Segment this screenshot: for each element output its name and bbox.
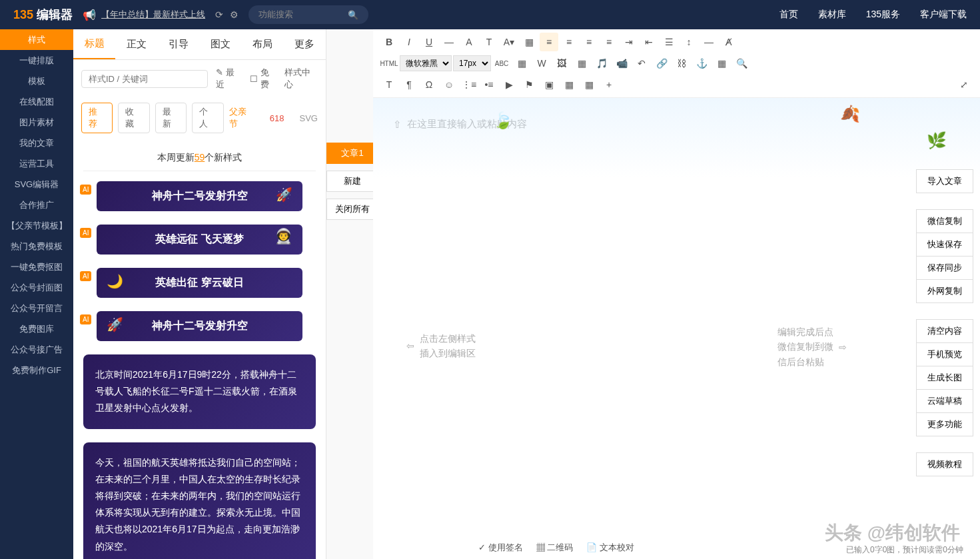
sidebar-item-image[interactable]: 在线配图 xyxy=(0,91,73,112)
article-tab[interactable]: 文章1 xyxy=(326,143,378,164)
tab-image[interactable]: 图文 xyxy=(200,29,242,59)
style-center-link[interactable]: 样式中心 xyxy=(284,67,318,91)
align-right-button[interactable]: ≡ xyxy=(580,33,598,51)
image-button[interactable]: 🖼 xyxy=(552,54,571,73)
css-button[interactable]: ▦ xyxy=(512,54,531,73)
clear-button[interactable]: 清空内容 xyxy=(916,319,973,343)
draft-button[interactable]: 云端草稿 xyxy=(916,389,973,413)
tag-favorite[interactable]: 收藏 xyxy=(118,103,149,133)
clear-format-button[interactable]: A̸ xyxy=(720,33,738,51)
tab-more[interactable]: 更多 xyxy=(284,29,326,59)
undo-button[interactable]: ↶ xyxy=(632,54,651,73)
editor-content[interactable]: 🍃 🍂 🌿 ⇧ 在这里直接输入或粘贴内容 ⇦ 点击左侧样式插入到编辑区 编辑完成… xyxy=(373,98,980,559)
strike-button[interactable]: — xyxy=(440,33,458,51)
qrcode-button[interactable]: ▦ 二维码 xyxy=(536,542,574,554)
tab-title[interactable]: 标题 xyxy=(73,29,115,59)
flag-button[interactable]: ⚑ xyxy=(520,75,538,94)
tutorial-button[interactable]: 视频教程 xyxy=(916,452,973,476)
sidebar-item-template[interactable]: 模板 xyxy=(0,71,73,91)
omega-button[interactable]: Ω xyxy=(420,75,438,94)
close-all-button[interactable]: 关闭所有 xyxy=(326,199,378,220)
font-select[interactable]: 微软雅黑 xyxy=(400,55,452,71)
html-button[interactable]: HTML xyxy=(380,54,398,73)
quick-save-button[interactable]: 快速保存 xyxy=(916,233,973,257)
announcement-link[interactable]: 【年中总结】最新样式上线 xyxy=(101,9,205,21)
sidebar-item-cover[interactable]: 公众号封面图 xyxy=(0,277,73,298)
sidebar-item-tools[interactable]: 运营工具 xyxy=(0,153,73,174)
tag-father[interactable]: 父亲节 xyxy=(229,106,254,130)
more-button[interactable]: 更多功能 xyxy=(916,412,973,436)
import-button[interactable]: 导入文章 xyxy=(916,169,973,193)
external-copy-button[interactable]: 外网复制 xyxy=(916,279,973,303)
tag-recommend[interactable]: 推荐 xyxy=(81,103,113,133)
refresh-icon[interactable]: ⟳ xyxy=(215,9,223,20)
settings-icon[interactable]: ⚙ xyxy=(230,9,239,20)
screen-button[interactable]: ▣ xyxy=(540,75,558,94)
style-search-input[interactable] xyxy=(81,70,208,88)
nav-home[interactable]: 首页 xyxy=(779,9,798,21)
indent-button[interactable]: ⇥ xyxy=(620,33,638,51)
sidebar-item-svg[interactable]: SVG编辑器 xyxy=(0,174,73,195)
new-button[interactable]: 新建 xyxy=(326,171,378,192)
update-notice[interactable]: 本周更新59个新样式 xyxy=(83,145,316,171)
function-search[interactable]: 功能搜索 🔍 xyxy=(248,5,368,24)
hr2-button[interactable]: ▶ xyxy=(500,75,518,94)
free-checkbox[interactable]: ☐ 免费 xyxy=(250,67,276,91)
proofread-button[interactable]: 📄 文本校对 xyxy=(586,542,634,554)
plus-button[interactable]: + xyxy=(600,75,618,94)
table-button[interactable]: ▦ xyxy=(712,54,731,73)
hr-button[interactable]: — xyxy=(700,33,718,51)
tag-svg[interactable]: SVG xyxy=(300,113,318,123)
bold-button[interactable]: B xyxy=(380,33,398,51)
grid-button[interactable]: ▦ xyxy=(580,75,598,94)
tab-guide[interactable]: 引导 xyxy=(157,29,199,59)
sidebar-item-style[interactable]: 样式 xyxy=(0,29,73,50)
underline-button[interactable]: U xyxy=(420,33,438,51)
line-height-button[interactable]: ↕ xyxy=(680,33,698,51)
style-card-1[interactable]: AI 神舟十二号发射升空🚀 xyxy=(83,181,316,211)
emoji-button[interactable]: ☺ xyxy=(440,75,458,94)
style-card-3[interactable]: AI 🌙英雄出征 穿云破日 xyxy=(83,268,316,298)
unlink-button[interactable]: ⛓ xyxy=(672,54,691,73)
ol-button[interactable]: ⋮≡ xyxy=(460,75,478,94)
search-button[interactable]: 🔍 xyxy=(732,54,751,73)
sidebar-item-gallery[interactable]: 免费图库 xyxy=(0,318,73,339)
audio-button[interactable]: 🎵 xyxy=(592,54,611,73)
tag-personal[interactable]: 个人 xyxy=(192,103,223,133)
tab-body[interactable]: 正文 xyxy=(115,29,157,59)
tag-newest[interactable]: 最新 xyxy=(155,103,187,133)
sidebar-item-article[interactable]: 我的文章 xyxy=(0,133,73,153)
font-color-button[interactable]: A xyxy=(460,33,478,51)
word-button[interactable]: W xyxy=(532,54,551,73)
link-button[interactable]: 🔗 xyxy=(652,54,671,73)
sidebar-item-hot[interactable]: 热门免费模板 xyxy=(0,236,73,257)
tag-618[interactable]: 618 xyxy=(270,113,284,123)
anchor-button[interactable]: ⚓ xyxy=(692,54,711,73)
sidebar-item-cutout[interactable]: 一键免费抠图 xyxy=(0,257,73,277)
code-button[interactable]: ▦ xyxy=(560,75,578,94)
sidebar-item-father[interactable]: 【父亲节模板】 xyxy=(0,215,73,236)
heading-button[interactable]: T xyxy=(380,75,398,94)
align-center-button[interactable]: ≡ xyxy=(560,33,578,51)
sidebar-item-gif[interactable]: 免费制作GIF xyxy=(0,360,73,380)
sidebar-item-comment[interactable]: 公众号开留言 xyxy=(0,298,73,318)
italic-button[interactable]: I xyxy=(400,33,418,51)
longimg-button[interactable]: 生成长图 xyxy=(916,366,973,390)
ul-button[interactable]: •≡ xyxy=(480,75,498,94)
gallery-button[interactable]: ▦ xyxy=(572,54,591,73)
style-card-2[interactable]: AI 英雄远征 飞天逐梦👨‍🚀 xyxy=(83,225,316,255)
sidebar-item-material[interactable]: 图片素材 xyxy=(0,112,73,133)
recent-link[interactable]: ✎ 最近 xyxy=(216,67,242,91)
align-left-button[interactable]: ≡ xyxy=(540,33,558,51)
font-button[interactable]: A▾ xyxy=(500,33,518,51)
fullscreen-button[interactable]: ⤢ xyxy=(955,75,973,94)
preview-button[interactable]: 手机预览 xyxy=(916,342,973,366)
video-button[interactable]: 📹 xyxy=(612,54,631,73)
sidebar-item-ads[interactable]: 公众号接广告 xyxy=(0,339,73,360)
nav-material[interactable]: 素材库 xyxy=(818,9,846,21)
list-button[interactable]: ☰ xyxy=(660,33,678,51)
nav-download[interactable]: 客户端下载 xyxy=(920,9,967,21)
sidebar-item-promote[interactable]: 合作推广 xyxy=(0,195,73,215)
size-select[interactable]: 17px xyxy=(453,55,491,71)
wechat-copy-button[interactable]: 微信复制 xyxy=(916,209,973,233)
